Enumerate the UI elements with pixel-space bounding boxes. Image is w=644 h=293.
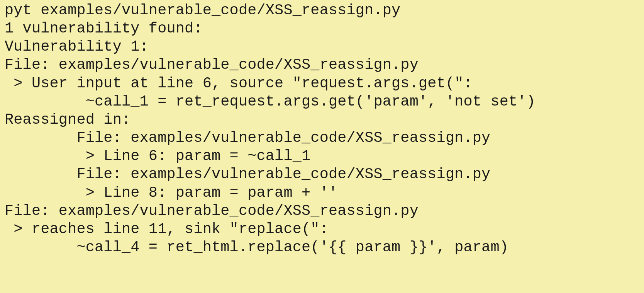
output-line: ~call_4 = ret_html.replace('{{ param }}'… [5,238,642,257]
terminal-output: pyt examples/vulnerable_code/XSS_reassig… [0,0,644,257]
output-line: File: examples/vulnerable_code/XSS_reass… [5,202,642,220]
output-line: > Line 6: param = ~call_1 [5,147,642,165]
output-line: 1 vulnerability found: [5,20,642,38]
output-line: Reassigned in: [5,111,642,129]
output-line: File: examples/vulnerable_code/XSS_reass… [5,165,642,184]
output-line: Vulnerability 1: [5,38,642,56]
output-line: File: examples/vulnerable_code/XSS_reass… [5,129,642,147]
output-line: File: examples/vulnerable_code/XSS_reass… [5,56,642,74]
output-line: > Line 8: param = param + '' [5,184,642,202]
output-line: > User input at line 6, source "request.… [5,75,642,93]
output-line: ~call_1 = ret_request.args.get('param', … [5,93,642,111]
output-line: pyt examples/vulnerable_code/XSS_reassig… [5,2,642,20]
output-line: > reaches line 11, sink "replace(": [5,220,642,238]
